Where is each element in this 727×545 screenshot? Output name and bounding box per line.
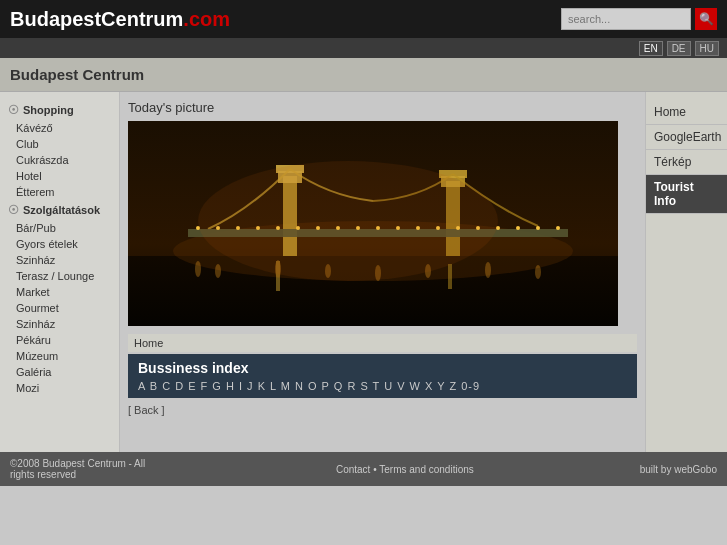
footer: ©2008 Budapest Centrum - All rights rese…	[0, 452, 727, 486]
back-area: [ Back ]	[128, 398, 637, 422]
bridge-svg	[128, 121, 618, 326]
breadcrumb-home[interactable]: Home	[134, 337, 163, 349]
lang-de[interactable]: DE	[667, 41, 691, 56]
search-area: 🔍	[561, 8, 717, 30]
sidebar-item-barpub[interactable]: Bár/Pub	[0, 220, 119, 236]
sidebar-section-szolgaltatasok[interactable]: ☉ Szolgáltatások	[0, 200, 119, 220]
todays-picture-label: Today's picture	[128, 100, 637, 115]
sidebar-item-hotel[interactable]: Hotel	[0, 168, 119, 184]
business-index-title: Bussiness index	[138, 360, 627, 376]
footer-terms[interactable]: Terms and conditions	[379, 464, 474, 475]
logo: BudapestCentrum.com	[10, 8, 230, 31]
sidebar-item-club[interactable]: Club	[0, 136, 119, 152]
back-link[interactable]: [ Back ]	[128, 404, 165, 416]
svg-point-37	[485, 262, 491, 278]
sidebar-item-kavenzo[interactable]: Kávéző	[0, 120, 119, 136]
sidebar-section-shopping[interactable]: ☉ Shopping	[0, 100, 119, 120]
right-nav-home[interactable]: Home	[646, 100, 727, 125]
sidebar-item-galeria[interactable]: Galéria	[0, 364, 119, 380]
lang-hu[interactable]: HU	[695, 41, 719, 56]
bridge-picture	[128, 121, 618, 326]
content: Today's picture	[120, 92, 645, 452]
business-index-bar: Bussiness index A B C D E F G H I J K L …	[128, 354, 637, 398]
logo-main: BudapestCentrum	[10, 8, 183, 30]
svg-point-27	[536, 226, 540, 230]
alphabet-links[interactable]: A B C D E F G H I J K L M N O P Q R S T …	[138, 380, 480, 392]
footer-center: Contact • Terms and conditions	[336, 464, 474, 475]
breadcrumb-area: Home	[128, 334, 637, 352]
sidebar-item-cukraszda[interactable]: Cukrászda	[0, 152, 119, 168]
svg-point-38	[535, 265, 541, 279]
search-button[interactable]: 🔍	[695, 8, 717, 30]
site-title-bar: Budapest Centrum	[0, 58, 727, 92]
right-nav-terkep[interactable]: Térkép	[646, 150, 727, 175]
sidebar-item-gyors[interactable]: Gyors ételek	[0, 236, 119, 252]
lang-en[interactable]: EN	[639, 41, 663, 56]
logo-com: .com	[183, 8, 230, 30]
language-bar: EN DE HU	[0, 38, 727, 58]
sidebar-item-muzeum[interactable]: Múzeum	[0, 348, 119, 364]
right-nav-googleearth[interactable]: GoogleEarth	[646, 125, 727, 150]
header: BudapestCentrum.com 🔍	[0, 0, 727, 38]
search-input[interactable]	[561, 8, 691, 30]
shopping-bullet: ☉	[8, 103, 19, 117]
svg-rect-30	[448, 264, 452, 289]
svg-point-32	[215, 264, 221, 278]
svg-point-31	[195, 261, 201, 277]
svg-point-26	[516, 226, 520, 230]
sidebar-item-mozi[interactable]: Mozi	[0, 380, 119, 396]
sidebar-item-szinhaz2[interactable]: Szinház	[0, 316, 119, 332]
sidebar-item-gourmet[interactable]: Gourmet	[0, 300, 119, 316]
sidebar-item-szinhaz1[interactable]: Szinház	[0, 252, 119, 268]
svg-point-28	[556, 226, 560, 230]
footer-right: built by webGobo	[640, 464, 717, 475]
sidebar-item-etterem[interactable]: Étterem	[0, 184, 119, 200]
bridge-image	[128, 121, 618, 326]
main-layout: ☉ Shopping Kávéző Club Cukrászda Hotel É…	[0, 92, 727, 452]
right-sidebar: Home GoogleEarth Térkép Tourist Info	[645, 92, 727, 452]
shopping-label: Shopping	[23, 104, 74, 116]
szolgaltatasok-label: Szolgáltatások	[23, 204, 100, 216]
sidebar: ☉ Shopping Kávéző Club Cukrászda Hotel É…	[0, 92, 120, 452]
footer-sep: •	[370, 464, 379, 475]
footer-contact[interactable]: Contact	[336, 464, 370, 475]
sidebar-item-pekaru[interactable]: Pékáru	[0, 332, 119, 348]
szolg-bullet: ☉	[8, 203, 19, 217]
sidebar-item-terasz[interactable]: Terasz / Lounge	[0, 268, 119, 284]
sidebar-item-market[interactable]: Market	[0, 284, 119, 300]
footer-copyright: ©2008 Budapest Centrum - All rights rese…	[10, 458, 170, 480]
right-nav-tourist[interactable]: Tourist Info	[646, 175, 727, 214]
site-title: Budapest Centrum	[10, 66, 144, 83]
alphabet-row: A B C D E F G H I J K L M N O P Q R S T …	[138, 380, 627, 392]
svg-point-39	[198, 161, 498, 281]
